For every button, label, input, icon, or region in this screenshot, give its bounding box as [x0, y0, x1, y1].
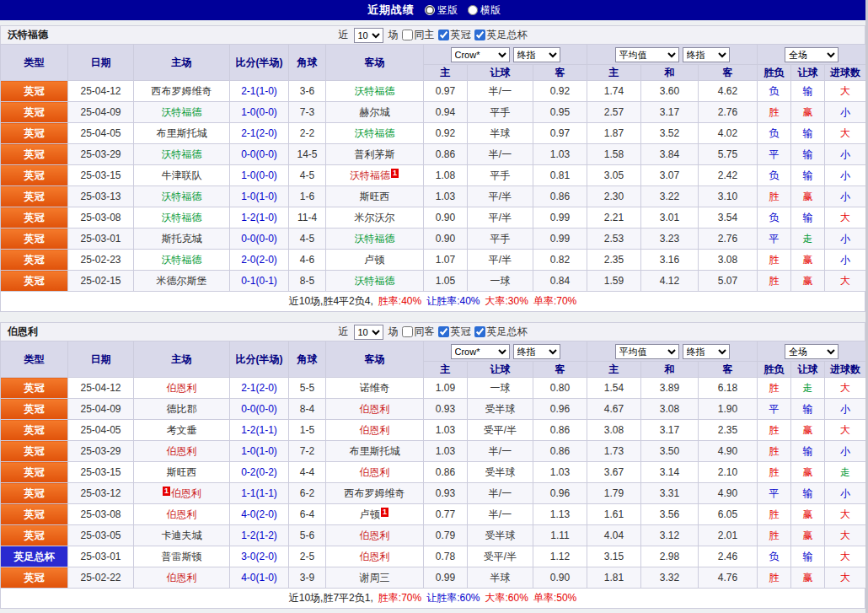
- match-type-badge: 英冠: [1, 271, 68, 292]
- team-name-link[interactable]: 沃特福德: [162, 191, 202, 202]
- scope-select[interactable]: 全场: [785, 47, 839, 62]
- team-name-link[interactable]: 普雷斯顿: [162, 551, 202, 562]
- team-name-link[interactable]: 伯恩利: [360, 530, 390, 541]
- team-name-link[interactable]: 西布罗姆维奇: [152, 85, 212, 97]
- result-handicap: 赢: [791, 504, 825, 525]
- horizontal-radio-input[interactable]: [468, 5, 478, 15]
- filter-league-input[interactable]: [438, 326, 449, 337]
- section-controls: 近10场同主英冠英足总杯: [339, 28, 528, 43]
- filter-league[interactable]: 英冠: [438, 325, 471, 339]
- avg-away-odds: 6.18: [699, 378, 758, 399]
- match-rows: 英冠25-04-12西布罗姆维奇2-1(1-0)3-6沃特福德0.97半/一0.…: [1, 81, 866, 292]
- filter-cup-label: 英足总杯: [487, 325, 528, 339]
- filter-same-venue[interactable]: 同主: [402, 28, 435, 42]
- filter-same-venue-input[interactable]: [402, 30, 413, 40]
- scope-select[interactable]: 全场: [785, 344, 839, 359]
- team-name-link[interactable]: 沃特福德: [162, 254, 202, 266]
- team-name-link[interactable]: 西布罗姆维奇: [345, 487, 405, 499]
- team-name-link[interactable]: 沃特福德: [355, 85, 395, 97]
- team-name-link[interactable]: 考文垂: [167, 424, 197, 436]
- match-score: 3-0(2-0): [230, 546, 289, 567]
- odds-stage-select[interactable]: 终指: [513, 47, 560, 62]
- odds-away: 0.86: [533, 186, 587, 207]
- match-row: 英冠25-03-29伯恩利1-0(1-0)7-2布里斯托城1.03半/一0.86…: [1, 441, 866, 462]
- odds-home: 0.78: [424, 546, 468, 567]
- match-date: 25-03-12: [68, 483, 134, 504]
- team-name-link[interactable]: 斯旺西: [167, 466, 197, 478]
- team-name-link[interactable]: 卢顿: [365, 254, 385, 266]
- team-name-link[interactable]: 米尔沃尔: [355, 212, 395, 223]
- match-count-select[interactable]: 10: [354, 325, 383, 340]
- match-date: 25-03-29: [68, 441, 134, 462]
- team-name-link[interactable]: 伯恩利: [167, 382, 197, 394]
- vertical-radio-label: 竖版: [437, 3, 458, 18]
- avg-source-select[interactable]: 平均值: [615, 344, 679, 359]
- team-name-link[interactable]: 沃特福德: [355, 233, 395, 245]
- team-name-link[interactable]: 沃特福德: [162, 148, 202, 160]
- match-row: 英冠25-02-23沃特福德2-0(2-0)4-6卢顿1.07平/半0.822.…: [1, 250, 866, 271]
- corner-count: 1-6: [289, 186, 326, 207]
- match-row: 英足总杯25-03-01普雷斯顿3-0(2-0)2-5伯恩利0.78受平/半1.…: [1, 546, 866, 567]
- team-name-link[interactable]: 牛津联队: [162, 169, 202, 181]
- team-name-link[interactable]: 德比郡: [167, 403, 197, 415]
- layout-radio-horizontal[interactable]: 横版: [468, 3, 501, 18]
- avg-away-odds: 2.76: [699, 102, 758, 123]
- filter-same-venue[interactable]: 同客: [402, 325, 435, 339]
- team-name-link[interactable]: 布里斯托城: [350, 445, 400, 457]
- team-name-link[interactable]: 诺维奇: [360, 382, 390, 394]
- odds-company-select[interactable]: Crow*: [451, 47, 510, 62]
- team-name-link[interactable]: 沃特福德: [162, 106, 202, 118]
- team-name-link[interactable]: 沃特福德: [162, 212, 202, 223]
- team-name-link[interactable]: 普利茅斯: [355, 148, 395, 160]
- team-name-link[interactable]: 米德尔斯堡: [157, 275, 207, 287]
- match-date: 25-04-09: [68, 102, 134, 123]
- filter-cup[interactable]: 英足总杯: [474, 28, 528, 42]
- team-name-link[interactable]: 谢周三: [360, 572, 390, 583]
- team-name-link[interactable]: 伯恩利: [167, 508, 197, 520]
- result-goals: 小: [825, 399, 866, 420]
- team-name-link[interactable]: 布里斯托城: [157, 127, 207, 139]
- avg-stage-select[interactable]: 终指: [683, 344, 730, 359]
- avg-source-select[interactable]: 平均值: [615, 47, 679, 62]
- layout-radio-vertical[interactable]: 竖版: [425, 3, 458, 18]
- filter-league-input[interactable]: [438, 30, 449, 40]
- away-team-cell: 西布罗姆维奇: [326, 483, 424, 504]
- odds-company-select[interactable]: Crow*: [451, 344, 510, 359]
- team-name-link[interactable]: 卡迪夫城: [162, 530, 202, 541]
- team-name-link[interactable]: 沃特福德: [355, 275, 395, 287]
- summary-segment: 大率:30%: [485, 295, 528, 307]
- odds-handicap: 半/一: [468, 81, 533, 102]
- team-name-link[interactable]: 卢顿: [360, 508, 380, 520]
- team-name-link[interactable]: 伯恩利: [360, 403, 390, 415]
- away-team-cell: 斯旺西: [326, 186, 424, 207]
- team-name-link[interactable]: 斯旺西: [360, 191, 390, 202]
- filter-league[interactable]: 英冠: [438, 28, 471, 42]
- filter-cup[interactable]: 英足总杯: [474, 325, 528, 339]
- filter-same-venue-input[interactable]: [402, 326, 413, 337]
- team-name-link[interactable]: 伯恩利: [360, 466, 390, 478]
- corner-count: 3-6: [289, 81, 326, 102]
- match-type-badge: 英冠: [1, 250, 68, 271]
- vertical-radio-input[interactable]: [425, 5, 435, 15]
- odds-away: 1.03: [533, 462, 587, 483]
- team-name-link[interactable]: 伯恩利: [167, 572, 197, 583]
- match-count-select[interactable]: 10: [354, 28, 383, 43]
- team-name-link[interactable]: 伯恩利: [171, 487, 201, 499]
- team-name-link[interactable]: 伯恩利: [167, 445, 197, 457]
- sub-col-header-3: 主: [587, 362, 641, 378]
- team-name-link[interactable]: 斯托克城: [162, 233, 202, 245]
- team-name-link[interactable]: 伯恩利: [360, 424, 390, 436]
- team-name-link[interactable]: 赫尔城: [360, 106, 390, 118]
- result-goals: 小: [825, 102, 866, 123]
- odds-home: 1.03: [424, 420, 468, 441]
- avg-home-odds: 2.21: [587, 207, 641, 229]
- team-name-link[interactable]: 沃特福德: [355, 127, 395, 139]
- filter-cup-input[interactable]: [474, 326, 485, 337]
- avg-stage-select[interactable]: 终指: [683, 47, 730, 62]
- team-name-link[interactable]: 伯恩利: [360, 551, 390, 562]
- result-outcome: 胜: [758, 525, 791, 546]
- team-name-link[interactable]: 沃特福德: [350, 169, 390, 181]
- filter-cup-input[interactable]: [474, 30, 485, 40]
- odds-stage-select[interactable]: 终指: [513, 344, 560, 359]
- odds-home: 1.08: [424, 165, 468, 186]
